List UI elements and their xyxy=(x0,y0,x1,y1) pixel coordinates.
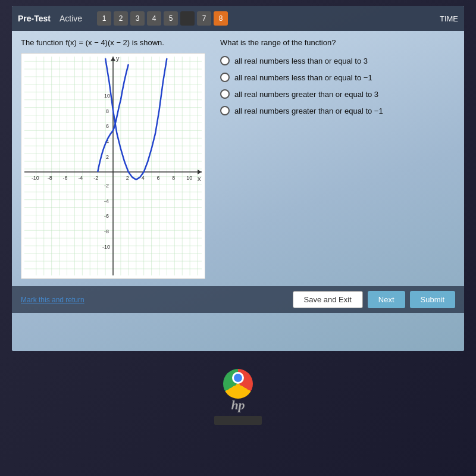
graph-container: x y -10 -8 -6 -4 -2 2 4 6 8 10 xyxy=(21,53,205,279)
svg-text:-2: -2 xyxy=(104,183,109,189)
svg-text:2: 2 xyxy=(106,154,109,160)
svg-text:-8: -8 xyxy=(104,228,109,234)
svg-text:-4: -4 xyxy=(104,198,109,204)
svg-text:8: 8 xyxy=(106,108,109,114)
svg-text:-10: -10 xyxy=(32,175,39,181)
time-label: TIME xyxy=(440,14,458,23)
svg-text:8: 8 xyxy=(172,175,175,181)
svg-text:-4: -4 xyxy=(78,175,83,181)
screen: Pre-Test Active 1 2 3 4 5 7 8 TIME The f… xyxy=(12,6,464,351)
answer-options: all real numbers less than or equal to 3… xyxy=(220,56,455,115)
radio-3[interactable] xyxy=(220,89,230,99)
q-num-4[interactable]: 4 xyxy=(147,11,161,26)
option-text-2: all real numbers less than or equal to −… xyxy=(234,73,372,82)
svg-text:-6: -6 xyxy=(104,213,109,219)
svg-text:6: 6 xyxy=(157,175,160,181)
content-area: The function f(x) = (x − 4)(x − 2) is sh… xyxy=(12,31,464,286)
next-button[interactable]: Next xyxy=(368,291,405,308)
question-numbers: 1 2 3 4 5 7 8 xyxy=(97,11,228,26)
bottom-bar: Mark this and return Save and Exit Next … xyxy=(12,286,464,313)
q-num-3[interactable]: 3 xyxy=(130,11,145,26)
pre-test-label: Pre-Test xyxy=(18,14,51,23)
svg-text:2: 2 xyxy=(126,175,129,181)
monitor: Pre-Test Active 1 2 3 4 5 7 8 TIME The f… xyxy=(0,0,476,476)
mark-return-link[interactable]: Mark this and return xyxy=(21,296,84,304)
option-text-1: all real numbers less than or equal to 3 xyxy=(234,57,368,65)
hp-logo: hp xyxy=(231,397,245,413)
chrome-inner xyxy=(232,372,244,384)
radio-1[interactable] xyxy=(220,56,230,65)
q-num-5[interactable]: 5 xyxy=(164,11,178,26)
answer-option-3[interactable]: all real numbers greater than or equal t… xyxy=(220,89,455,99)
svg-text:x: x xyxy=(198,175,201,182)
submit-button[interactable]: Submit xyxy=(410,291,455,308)
option-text-4: all real numbers greater than or equal t… xyxy=(234,107,383,115)
right-panel: What is the range of the function? all r… xyxy=(220,38,455,279)
answer-option-1[interactable]: all real numbers less than or equal to 3 xyxy=(220,56,455,65)
svg-text:-8: -8 xyxy=(48,175,52,181)
q-num-6[interactable] xyxy=(180,11,195,26)
q-num-8[interactable]: 8 xyxy=(214,11,228,26)
svg-text:6: 6 xyxy=(106,123,109,129)
top-bar: Pre-Test Active 1 2 3 4 5 7 8 TIME xyxy=(12,6,464,31)
svg-text:-10: -10 xyxy=(102,244,110,250)
svg-text:10: 10 xyxy=(104,93,110,99)
svg-text:-6: -6 xyxy=(63,175,68,181)
monitor-bottom: hp xyxy=(0,354,476,425)
radio-4[interactable] xyxy=(220,106,230,115)
answer-option-2[interactable]: all real numbers less than or equal to −… xyxy=(220,73,455,82)
left-panel: The function f(x) = (x − 4)(x − 2) is sh… xyxy=(21,38,211,279)
range-question: What is the range of the function? xyxy=(220,38,455,47)
radio-2[interactable] xyxy=(220,73,230,82)
save-exit-button[interactable]: Save and Exit xyxy=(293,291,363,308)
q-num-7[interactable]: 7 xyxy=(197,11,211,26)
svg-text:-2: -2 xyxy=(93,175,98,181)
svg-text:y: y xyxy=(116,55,120,62)
answer-option-4[interactable]: all real numbers greater than or equal t… xyxy=(220,106,455,115)
q-num-2[interactable]: 2 xyxy=(114,11,128,26)
q-num-1[interactable]: 1 xyxy=(97,11,111,26)
monitor-stand xyxy=(214,416,262,425)
option-text-3: all real numbers greater than or equal t… xyxy=(234,90,378,99)
active-label: Active xyxy=(60,14,82,23)
svg-text:10: 10 xyxy=(186,175,192,181)
question-text-left: The function f(x) = (x − 4)(x − 2) is sh… xyxy=(21,38,211,47)
bottom-buttons: Save and Exit Next Submit xyxy=(293,291,455,308)
